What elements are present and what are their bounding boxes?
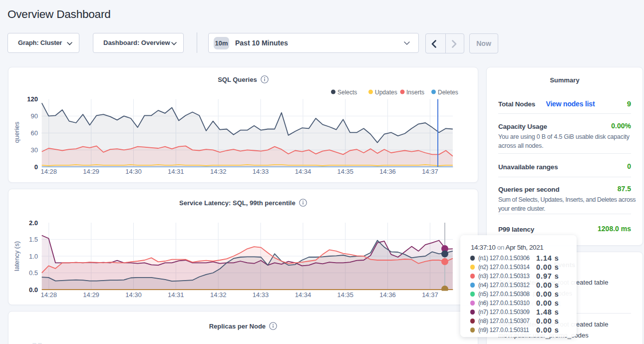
svg-text:Updates: Updates bbox=[375, 89, 397, 96]
svg-text:Selects: Selects bbox=[337, 89, 357, 96]
svg-text:1.5: 1.5 bbox=[29, 236, 38, 243]
svg-text:14:36: 14:36 bbox=[379, 291, 396, 299]
svg-text:0.5: 0.5 bbox=[29, 269, 38, 277]
svg-text:90: 90 bbox=[31, 112, 38, 120]
svg-text:14:29: 14:29 bbox=[83, 291, 99, 299]
svg-text:latency (s): latency (s) bbox=[13, 241, 20, 271]
svg-text:14:32: 14:32 bbox=[210, 168, 227, 175]
svg-text:30: 30 bbox=[31, 146, 38, 154]
svg-text:14:35: 14:35 bbox=[337, 291, 353, 299]
svg-text:120: 120 bbox=[27, 95, 38, 103]
svg-text:1.0: 1.0 bbox=[29, 253, 38, 260]
svg-text:Deletes: Deletes bbox=[438, 89, 458, 96]
svg-text:queries: queries bbox=[13, 121, 20, 143]
svg-text:14:36: 14:36 bbox=[379, 168, 396, 175]
svg-text:14:37: 14:37 bbox=[422, 291, 438, 299]
svg-text:14:33: 14:33 bbox=[253, 168, 269, 175]
svg-text:14:28: 14:28 bbox=[41, 168, 57, 175]
svg-text:14:30: 14:30 bbox=[125, 168, 142, 175]
svg-text:14:33: 14:33 bbox=[253, 291, 269, 299]
svg-text:0: 0 bbox=[34, 163, 38, 171]
svg-text:2.0: 2.0 bbox=[29, 219, 38, 227]
svg-text:14:29: 14:29 bbox=[83, 168, 99, 175]
svg-text:14:30: 14:30 bbox=[125, 291, 142, 299]
svg-text:14:32: 14:32 bbox=[210, 291, 227, 299]
svg-text:14:28: 14:28 bbox=[41, 291, 57, 299]
svg-text:Inserts: Inserts bbox=[406, 89, 424, 96]
svg-text:60: 60 bbox=[31, 129, 38, 137]
svg-text:14:35: 14:35 bbox=[337, 168, 353, 175]
svg-text:14:34: 14:34 bbox=[295, 291, 312, 299]
svg-text:0.0: 0.0 bbox=[29, 286, 38, 294]
svg-text:14:34: 14:34 bbox=[295, 168, 312, 175]
svg-text:14:31: 14:31 bbox=[168, 291, 184, 299]
svg-text:14:31: 14:31 bbox=[168, 168, 184, 175]
svg-text:14:37: 14:37 bbox=[422, 168, 438, 175]
